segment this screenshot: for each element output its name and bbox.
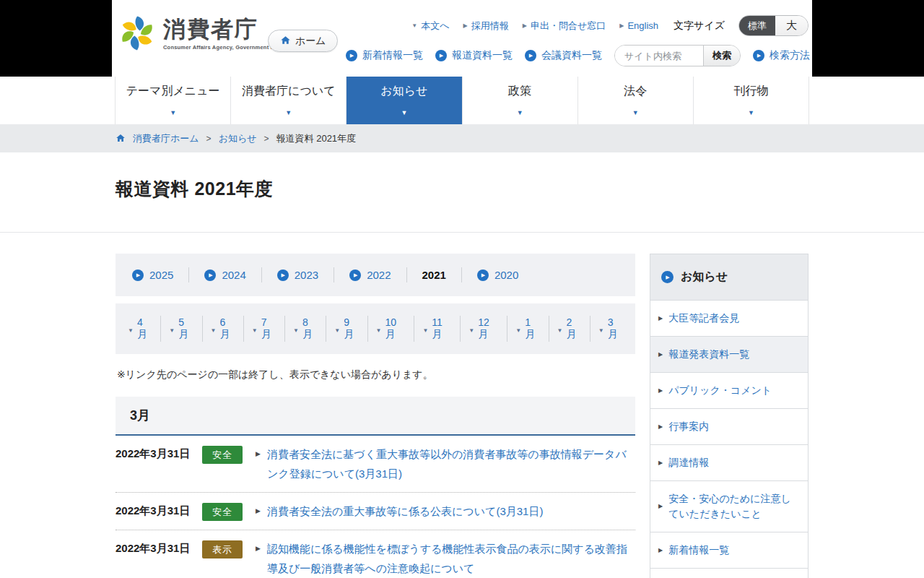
month-link-oct[interactable]: 10月 bbox=[368, 316, 415, 342]
breadcrumb-home-icon bbox=[116, 133, 126, 143]
agency-logo[interactable]: 消費者庁 Consumer Affairs Agency, Government… bbox=[118, 13, 294, 53]
sidebar-item-label: 大臣等記者会見 bbox=[668, 311, 739, 326]
category-badge-safety: 安全 bbox=[202, 503, 243, 521]
circle-arrow-icon bbox=[477, 269, 489, 281]
month-label: 10月 bbox=[385, 316, 406, 341]
sidebar-item-label: 行事案内 bbox=[668, 419, 709, 434]
new-info-list-link[interactable]: 新着情報一覧 bbox=[346, 49, 423, 62]
chevron-down-icon bbox=[632, 105, 639, 118]
month-link-jul[interactable]: 7月 bbox=[244, 316, 285, 342]
nav-tab-law[interactable]: 法令 bbox=[578, 77, 693, 124]
english-link[interactable]: English bbox=[619, 20, 658, 31]
sidebar-item-public-comment[interactable]: ▶ パブリック・コメント bbox=[650, 372, 808, 408]
month-label: 1月 bbox=[525, 316, 540, 341]
month-link-mar[interactable]: 3月 bbox=[590, 316, 631, 342]
year-link-2020[interactable]: 2020 bbox=[462, 267, 533, 282]
news-list: 2022年3月31日 安全 ▶ 消費者安全法に基づく重大事故等以外の消費者事故等… bbox=[116, 436, 635, 578]
search-help-link[interactable]: 検索方法 bbox=[753, 49, 810, 62]
site-search-input[interactable] bbox=[615, 46, 703, 66]
caret-down-icon bbox=[515, 322, 525, 335]
year-label: 2021 bbox=[422, 269, 446, 281]
caret-down-icon bbox=[211, 322, 220, 335]
circle-arrow-icon bbox=[661, 271, 674, 283]
year-label: 2025 bbox=[149, 269, 173, 281]
main-area: 2025 2024 2023 2022 2021 2020 bbox=[116, 254, 808, 578]
font-size-large-button[interactable]: 大 bbox=[775, 16, 808, 35]
new-info-list-label: 新着情報一覧 bbox=[362, 49, 423, 62]
month-label: 12月 bbox=[478, 316, 499, 341]
sidebar-item-label: 新着情報一覧 bbox=[668, 543, 729, 558]
month-link-sep[interactable]: 9月 bbox=[326, 316, 367, 342]
page-title-inner: 報道資料 2021年度 bbox=[116, 152, 808, 232]
sidebar-item-label: 報道発表資料一覧 bbox=[668, 347, 749, 362]
month-link-aug[interactable]: 8月 bbox=[285, 316, 326, 342]
nav-tab-publications[interactable]: 刊行物 bbox=[693, 77, 809, 124]
nav-tab-policy[interactable]: 政策 bbox=[462, 77, 578, 124]
year-link-2022[interactable]: 2022 bbox=[334, 267, 406, 282]
caret-down-icon bbox=[128, 322, 137, 335]
caret-down-icon bbox=[422, 322, 432, 335]
year-label: 2024 bbox=[222, 269, 245, 281]
news-title-link[interactable]: 消費者安全法に基づく重大事故等以外の消費者事故等の事故情報データバンク登録につい… bbox=[267, 444, 635, 483]
category-badge-labeling: 表示 bbox=[202, 540, 243, 558]
year-link-2025[interactable]: 2025 bbox=[117, 267, 189, 282]
caret-down-icon bbox=[376, 322, 385, 335]
contact-link[interactable]: 申出・問合せ窓口 bbox=[523, 20, 606, 33]
sidebar-item-disaster-info[interactable]: ▶ 災害関連情報 bbox=[650, 568, 808, 578]
nav-tab-about-agency[interactable]: 消費者庁について bbox=[230, 77, 346, 124]
month-link-jun[interactable]: 6月 bbox=[203, 316, 244, 342]
skip-to-content-link[interactable]: 本文へ bbox=[411, 20, 449, 33]
section-heading-march: 3月 bbox=[116, 397, 635, 436]
search-button[interactable]: 検索 bbox=[703, 46, 740, 66]
utility-links: 本文へ 採用情報 申出・問合せ窓口 English 文字サイズ 標準 大 bbox=[411, 15, 808, 36]
news-date: 2022年3月31日 bbox=[116, 539, 193, 556]
home-icon bbox=[280, 35, 291, 46]
nav-tab-theme-menu[interactable]: テーマ別メニュー bbox=[115, 77, 230, 124]
home-button[interactable]: ホーム bbox=[268, 30, 338, 52]
news-row: 2022年3月31日 安全 ▶ 消費者安全法の重大事故等に係る公表について(3月… bbox=[116, 493, 635, 530]
breadcrumb-news-link[interactable]: お知らせ bbox=[219, 132, 257, 145]
circle-arrow-icon bbox=[132, 269, 144, 281]
breadcrumb-home-link[interactable]: 消費者庁ホーム bbox=[133, 132, 199, 145]
global-nav: テーマ別メニュー 消費者庁について お知らせ 政策 法令 刊行物 bbox=[0, 77, 924, 124]
month-link-feb[interactable]: 2月 bbox=[549, 316, 590, 342]
circle-arrow-icon bbox=[346, 50, 357, 61]
arrow-right-icon: ▶ bbox=[658, 491, 663, 522]
news-title-link[interactable]: 認知機能に係る機能性を標ぼうする機能性表示食品の表示に関する改善指導及び一般消費… bbox=[267, 539, 635, 578]
caret-down-icon bbox=[468, 322, 478, 335]
year-link-2024[interactable]: 2024 bbox=[189, 267, 261, 282]
sidebar-news-menu: お知らせ ▶ 大臣等記者会見 ▶ 報道発表資料一覧 ▶ パブリック・コメント ▶… bbox=[650, 254, 808, 578]
chevron-down-icon bbox=[285, 105, 292, 118]
month-link-may[interactable]: 5月 bbox=[161, 316, 202, 342]
nav-tab-label: テーマ別メニュー bbox=[126, 84, 220, 99]
meeting-material-list-link[interactable]: 会議資料一覧 bbox=[525, 49, 602, 62]
sidebar-item-safety-caution[interactable]: ▶ 安全・安心のために注意していただきたいこと bbox=[650, 480, 808, 532]
content-column: 2025 2024 2023 2022 2021 2020 bbox=[116, 254, 635, 578]
breadcrumb-separator: > bbox=[264, 134, 269, 144]
news-date: 2022年3月31日 bbox=[116, 444, 193, 461]
page-title-band: 報道資料 2021年度 bbox=[0, 152, 924, 233]
font-size-standard-button[interactable]: 標準 bbox=[739, 16, 775, 35]
year-link-2023[interactable]: 2023 bbox=[262, 267, 334, 282]
sidebar-item-press-conference[interactable]: ▶ 大臣等記者会見 bbox=[650, 300, 808, 336]
meeting-material-list-label: 会議資料一覧 bbox=[541, 49, 602, 62]
month-link-jan[interactable]: 1月 bbox=[507, 316, 549, 342]
news-date: 2022年3月31日 bbox=[116, 501, 193, 518]
sidebar-item-new-info-list[interactable]: ▶ 新着情報一覧 bbox=[650, 532, 808, 568]
news-row: 2022年3月31日 安全 ▶ 消費者安全法に基づく重大事故等以外の消費者事故等… bbox=[116, 436, 635, 493]
sidebar-item-events[interactable]: ▶ 行事案内 bbox=[650, 408, 808, 444]
nav-tab-news-active[interactable]: お知らせ bbox=[346, 77, 461, 124]
news-title-link[interactable]: 消費者安全法の重大事故等に係る公表について(3月31日) bbox=[267, 501, 635, 521]
circle-arrow-icon bbox=[204, 269, 216, 281]
sidebar-item-press-release-list[interactable]: ▶ 報道発表資料一覧 bbox=[650, 336, 808, 372]
circle-arrow-icon bbox=[277, 269, 289, 281]
sidebar-item-procurement[interactable]: ▶ 調達情報 bbox=[650, 444, 808, 480]
circle-arrow-icon bbox=[525, 50, 536, 61]
recruit-link[interactable]: 採用情報 bbox=[463, 20, 509, 33]
press-release-list-link[interactable]: 報道資料一覧 bbox=[435, 49, 513, 62]
month-link-dec[interactable]: 12月 bbox=[461, 316, 507, 342]
year-label: 2023 bbox=[295, 269, 318, 281]
link-expiry-note: ※リンク先のページの一部は終了し、表示できない場合があります。 bbox=[117, 368, 634, 381]
month-link-nov[interactable]: 11月 bbox=[414, 316, 461, 342]
month-link-apr[interactable]: 4月 bbox=[120, 316, 161, 342]
